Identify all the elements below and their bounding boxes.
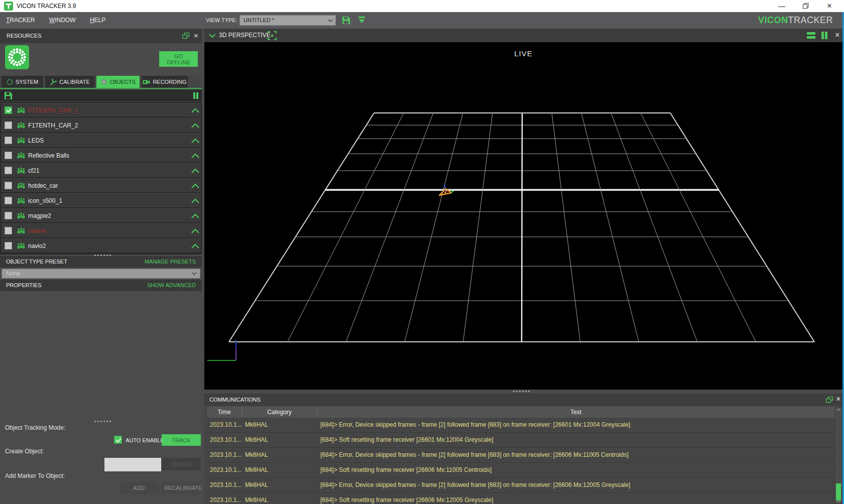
object-checkbox[interactable] <box>5 121 12 129</box>
object-name: LEDS <box>28 134 44 148</box>
tab-underline <box>0 88 202 89</box>
minimize-button[interactable]: — <box>774 0 789 12</box>
chevron-up-icon[interactable] <box>191 228 200 234</box>
chevron-up-icon[interactable] <box>191 213 200 219</box>
object-checkbox[interactable] <box>5 242 12 249</box>
object-row[interactable]: LEDS <box>1 133 201 147</box>
filter-view-icon[interactable] <box>358 16 366 24</box>
column-text[interactable]: Text <box>317 407 834 418</box>
object-row[interactable]: hotdec_car <box>1 178 201 192</box>
create-button[interactable]: CREATE <box>162 458 201 470</box>
scroll-up-icon[interactable] <box>836 409 840 411</box>
log-scrollbar[interactable] <box>834 407 842 504</box>
float-panel-icon[interactable] <box>826 397 833 403</box>
tab-calibrate[interactable]: CALIBRATE <box>45 76 94 88</box>
menu-help[interactable]: HELP <box>84 12 111 29</box>
object-name: hotdec_car <box>28 179 58 193</box>
object-checkbox[interactable] <box>5 197 12 204</box>
view-type-select[interactable]: UNTITLED * <box>239 15 336 26</box>
menu-tracker[interactable]: TRACKER <box>0 12 41 29</box>
log-row[interactable]: 2023.10.1... Mk6HAL [684]> Error, Device… <box>207 418 834 433</box>
show-advanced-link[interactable]: SHOW ADVANCED <box>147 280 196 291</box>
object-checkbox[interactable] <box>5 106 12 114</box>
chevron-up-icon[interactable] <box>191 198 200 204</box>
view-type-value: UNTITLED * <box>244 16 274 25</box>
communications-panel: COMMUNICATIONS × Time Category Text 2023… <box>204 394 842 504</box>
objects-toolbar <box>0 90 202 101</box>
object-checkbox[interactable] <box>5 167 12 174</box>
app-icon <box>4 2 13 11</box>
log-row[interactable]: 2023.10.1... Mk6HAL [684]> Soft resettin… <box>207 463 834 478</box>
object-checkbox[interactable] <box>5 227 12 234</box>
object-group-icon <box>16 242 26 249</box>
focus-target-icon[interactable] <box>268 31 277 40</box>
view-chevron-down-icon[interactable] <box>209 34 216 38</box>
origin-axes <box>207 340 236 360</box>
tab-system[interactable]: SYSTEM <box>2 76 43 88</box>
object-row[interactable]: F1TENTH_CAR_2 <box>1 118 201 132</box>
scroll-down-icon[interactable] <box>836 500 840 502</box>
object-row[interactable]: icon_s500_1 <box>1 193 201 207</box>
auto-enable-checkbox[interactable] <box>114 436 122 444</box>
chevron-up-icon[interactable] <box>191 122 200 129</box>
chevron-up-icon[interactable] <box>191 138 200 144</box>
scrollbar-thumb[interactable] <box>836 483 841 500</box>
pause-icon[interactable] <box>193 92 199 99</box>
log-row[interactable]: 2023.10.1... Mk6HAL [684]> Error, Device… <box>207 478 834 493</box>
chevron-up-icon[interactable] <box>191 183 200 189</box>
object-checkbox[interactable] <box>5 137 12 144</box>
float-panel-icon[interactable] <box>182 33 190 39</box>
preset-select[interactable]: None <box>2 269 200 279</box>
log-row[interactable]: 2023.10.1... Mk6HAL [684]> Soft resettin… <box>207 433 834 448</box>
view-3d-perspective[interactable]: LIVE <box>204 42 842 390</box>
layout-bars-icon[interactable] <box>807 32 815 39</box>
tab-recording[interactable]: RECORDING <box>142 76 188 88</box>
menu-window[interactable]: WINDOW <box>43 12 82 29</box>
recalibrate-button[interactable]: RECALIBRATE <box>161 481 201 494</box>
object-row[interactable]: marker <box>1 223 201 237</box>
chevron-up-icon[interactable] <box>191 107 200 113</box>
object-group-icon <box>16 107 26 114</box>
manage-presets-link[interactable]: MANAGE PRESETS <box>145 256 196 268</box>
add-button[interactable]: ADD <box>119 481 159 494</box>
log-row[interactable]: 2023.10.1... Mk6HAL [684]> Soft resettin… <box>207 493 834 504</box>
chevron-up-icon[interactable] <box>191 168 200 174</box>
object-checkbox[interactable] <box>5 152 12 159</box>
column-category[interactable]: Category <box>242 407 317 418</box>
communications-close-icon[interactable]: × <box>836 396 840 403</box>
object-row[interactable]: Reflective Balls <box>1 148 201 162</box>
communications-title: COMMUNICATIONS <box>209 394 261 406</box>
auto-enable-label: AUTO ENABLE <box>126 437 164 443</box>
floor-grid <box>229 113 814 342</box>
create-object-label: Create Object: <box>5 448 44 455</box>
object-name: Reflective Balls <box>28 149 69 163</box>
view-type-label: VIEW TYPE: <box>206 12 237 29</box>
object-name: F1TENTH_CAR_2 <box>28 118 78 133</box>
log-row[interactable]: 2023.10.1... Mk6HAL [684]> Error, Device… <box>207 448 834 463</box>
log-text: [684]> Soft resetting frame receiver [26… <box>317 463 834 477</box>
properties-splitter[interactable] <box>94 421 111 422</box>
view-close-icon[interactable]: × <box>835 32 839 39</box>
object-row[interactable]: navio2 <box>1 238 201 253</box>
chevron-up-icon[interactable] <box>191 153 200 159</box>
save-objects-icon[interactable] <box>4 91 13 100</box>
object-checkbox[interactable] <box>5 212 12 219</box>
object-checkbox[interactable] <box>5 182 12 189</box>
tab-objects[interactable]: OBJECTS <box>96 76 140 88</box>
horizontal-splitter[interactable] <box>204 390 842 394</box>
log-text: [684]> Error, Device skipped frames - fr… <box>317 418 834 432</box>
restore-button[interactable] <box>798 0 813 12</box>
resources-close-icon[interactable]: × <box>194 32 198 39</box>
object-row[interactable]: cf21 <box>1 163 201 177</box>
view-pause-icon[interactable] <box>821 32 828 39</box>
close-button[interactable]: × <box>822 0 837 12</box>
chevron-up-icon[interactable] <box>191 243 200 249</box>
object-row[interactable]: magpie2 <box>1 208 201 222</box>
log-category: Mk6HAL <box>242 463 317 477</box>
create-object-input[interactable] <box>104 458 161 471</box>
track-button[interactable]: TRACK <box>162 434 201 446</box>
column-time[interactable]: Time <box>207 407 242 418</box>
save-view-icon[interactable] <box>342 16 350 25</box>
go-offline-button[interactable]: GO OFFLINE <box>159 51 198 67</box>
object-row[interactable]: F1TENTH_CAR_1 <box>1 103 201 117</box>
